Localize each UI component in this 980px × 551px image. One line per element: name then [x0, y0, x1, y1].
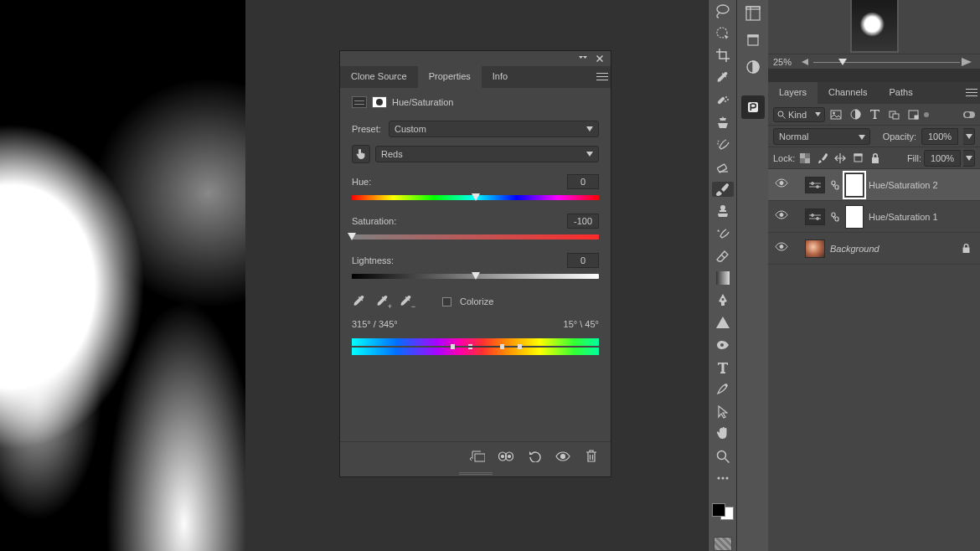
hand-tool-icon[interactable]	[712, 426, 734, 442]
preset-dropdown[interactable]: Custom	[389, 121, 599, 137]
hue-slider[interactable]	[352, 193, 599, 203]
filter-pixel-icon[interactable]	[828, 107, 844, 122]
tab-properties[interactable]: Properties	[418, 66, 482, 88]
layer-row[interactable]: Background	[768, 233, 980, 265]
quick-select-tool-icon[interactable]	[712, 26, 734, 42]
color-range-spectrum[interactable]	[352, 337, 599, 357]
targeted-adjustment-tool-icon[interactable]	[352, 145, 370, 163]
triangle-tool-icon[interactable]	[712, 315, 734, 331]
filter-shape-icon[interactable]	[885, 107, 902, 122]
lightness-slider[interactable]	[352, 271, 599, 281]
adjustment-type-icon[interactable]	[352, 96, 367, 108]
filter-adjustment-icon[interactable]	[847, 107, 864, 122]
more-tools-icon[interactable]	[712, 471, 734, 487]
panel-menu-icon[interactable]	[594, 66, 611, 88]
opacity-chevron-icon[interactable]	[963, 128, 975, 145]
smudge-tool-icon[interactable]	[712, 337, 734, 353]
layer-mask-icon[interactable]	[372, 96, 387, 108]
filter-type-icon[interactable]	[866, 107, 883, 122]
crop-tool-icon[interactable]	[712, 48, 734, 64]
close-icon[interactable]	[596, 54, 604, 63]
svg-rect-3	[475, 454, 485, 461]
zoom-slider[interactable]	[798, 57, 975, 67]
filter-smart-icon[interactable]	[905, 107, 921, 122]
lock-artboard-icon[interactable]	[850, 151, 865, 166]
panel-resize-handle[interactable]	[340, 470, 611, 476]
clip-to-layer-icon[interactable]	[470, 449, 485, 464]
eyedropper-subtract-icon[interactable]: −	[399, 294, 414, 309]
history-tool-icon[interactable]	[712, 226, 734, 242]
zoom-value[interactable]: 25%	[773, 57, 792, 67]
lightness-value[interactable]: 0	[567, 253, 599, 268]
svg-rect-44	[854, 154, 862, 156]
eyedropper-icon[interactable]	[352, 294, 367, 309]
adjustment-layer-icon[interactable]	[742, 57, 764, 77]
svg-rect-54	[835, 217, 838, 221]
fill-chevron-icon[interactable]	[963, 150, 975, 167]
toggle-visibility-icon[interactable]	[555, 449, 570, 464]
link-icon[interactable]	[830, 180, 840, 190]
mask-thumbnail[interactable]	[845, 205, 864, 229]
layer-name[interactable]: Background	[830, 244, 879, 254]
document-canvas[interactable]	[0, 0, 245, 551]
tab-channels[interactable]: Channels	[818, 82, 878, 104]
layer-row[interactable]: Hue/Saturation 2	[768, 169, 980, 201]
saturation-slider[interactable]	[352, 232, 599, 242]
pen-tool-icon[interactable]	[712, 293, 734, 309]
quick-mask-icon[interactable]	[714, 537, 732, 551]
visibility-toggle-icon[interactable]	[775, 242, 788, 255]
navigator-thumbnail[interactable]	[850, 0, 899, 53]
layer-row[interactable]: Hue/Saturation 1	[768, 201, 980, 233]
pixel-layer-icon[interactable]	[741, 95, 765, 119]
healing-brush-tool-icon[interactable]	[712, 92, 734, 108]
tab-clone-source[interactable]: Clone Source	[340, 66, 418, 88]
visibility-toggle-icon[interactable]	[775, 178, 788, 192]
eraser2-tool-icon[interactable]	[712, 248, 734, 264]
blend-mode-dropdown[interactable]: Normal	[773, 128, 870, 145]
eyedropper-add-icon[interactable]: +	[375, 294, 390, 309]
delete-icon[interactable]	[584, 449, 599, 464]
reset-icon[interactable]	[527, 449, 542, 464]
path-select-tool-icon[interactable]	[712, 404, 734, 420]
history-brush-tool-icon[interactable]	[712, 136, 734, 152]
layer-name[interactable]: Hue/Saturation 2	[869, 180, 938, 190]
link-icon[interactable]	[830, 212, 840, 222]
stamp-pattern-tool-icon[interactable]	[712, 203, 734, 219]
gradient-tool-icon[interactable]	[712, 270, 734, 286]
eyedropper-tool-icon[interactable]	[712, 70, 734, 86]
artboard-tool-icon[interactable]	[742, 30, 764, 50]
pen-freeform-tool-icon[interactable]	[712, 382, 734, 398]
mask-thumbnail[interactable]	[845, 173, 864, 197]
tab-info[interactable]: Info	[482, 66, 518, 88]
color-swatches[interactable]	[712, 503, 734, 520]
hue-value[interactable]: 0	[567, 174, 599, 189]
adjustment-thumbnail-icon[interactable]	[805, 177, 825, 193]
tab-paths[interactable]: Paths	[879, 82, 924, 104]
clone-stamp-tool-icon[interactable]	[712, 115, 734, 131]
lock-position-icon[interactable]	[833, 151, 848, 166]
tab-layers[interactable]: Layers	[768, 82, 818, 104]
layer-filter-type[interactable]: Kind	[773, 107, 825, 122]
adjustment-thumbnail-icon[interactable]	[805, 209, 825, 225]
lock-pixels-icon[interactable]	[815, 151, 830, 166]
layer-name[interactable]: Hue/Saturation 1	[869, 212, 938, 222]
zoom-tool-icon[interactable]	[712, 449, 734, 465]
lock-transparency-icon[interactable]	[797, 151, 812, 166]
opacity-value[interactable]: 100%	[921, 128, 958, 145]
view-previous-icon[interactable]	[498, 449, 513, 464]
colorize-checkbox[interactable]	[442, 297, 451, 306]
lasso-tool-icon[interactable]	[712, 3, 734, 19]
visibility-toggle-icon[interactable]	[775, 210, 788, 224]
fill-value[interactable]: 100%	[924, 150, 961, 167]
saturation-value[interactable]: -100	[567, 214, 599, 229]
filter-toggle[interactable]	[963, 111, 975, 118]
brush-tool-icon[interactable]	[712, 182, 734, 198]
layer-thumbnail[interactable]	[805, 239, 825, 258]
type-tool-icon[interactable]	[712, 359, 734, 375]
eraser-tool-icon[interactable]	[712, 159, 734, 175]
channel-dropdown[interactable]: Reds	[375, 146, 599, 162]
lock-all-icon[interactable]	[868, 151, 883, 166]
layers-menu-icon[interactable]	[963, 82, 980, 104]
frame-tool-icon[interactable]	[742, 3, 764, 23]
collapse-icon[interactable]	[579, 54, 587, 63]
